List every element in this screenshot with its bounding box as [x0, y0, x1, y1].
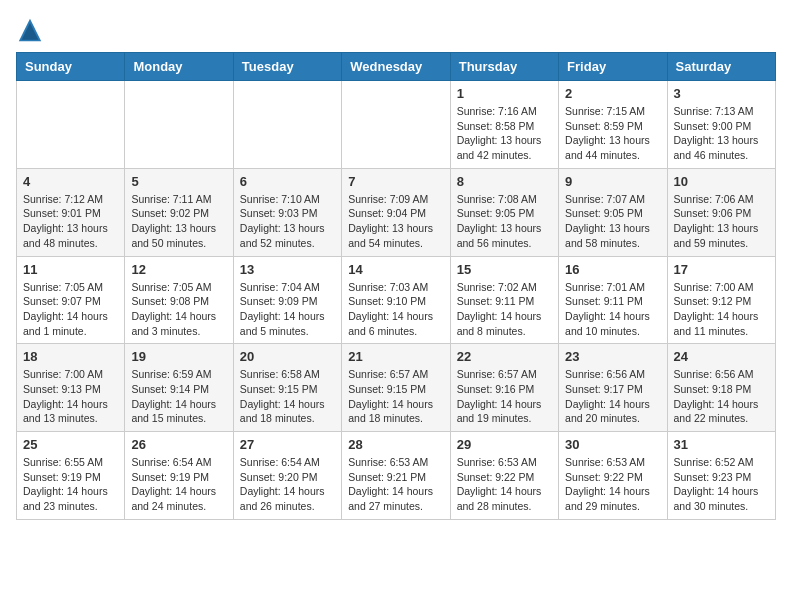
- calendar-cell: 11Sunrise: 7:05 AM Sunset: 9:07 PM Dayli…: [17, 256, 125, 344]
- calendar-cell: [17, 81, 125, 169]
- day-info: Sunrise: 6:54 AM Sunset: 9:20 PM Dayligh…: [240, 455, 335, 514]
- header-day: Thursday: [450, 53, 558, 81]
- day-number: 14: [348, 262, 443, 277]
- day-number: 9: [565, 174, 660, 189]
- day-number: 13: [240, 262, 335, 277]
- calendar-cell: 24Sunrise: 6:56 AM Sunset: 9:18 PM Dayli…: [667, 344, 775, 432]
- calendar-cell: 15Sunrise: 7:02 AM Sunset: 9:11 PM Dayli…: [450, 256, 558, 344]
- day-info: Sunrise: 7:02 AM Sunset: 9:11 PM Dayligh…: [457, 280, 552, 339]
- calendar-cell: 12Sunrise: 7:05 AM Sunset: 9:08 PM Dayli…: [125, 256, 233, 344]
- day-number: 1: [457, 86, 552, 101]
- calendar-cell: 1Sunrise: 7:16 AM Sunset: 8:58 PM Daylig…: [450, 81, 558, 169]
- day-number: 8: [457, 174, 552, 189]
- calendar-cell: 13Sunrise: 7:04 AM Sunset: 9:09 PM Dayli…: [233, 256, 341, 344]
- day-info: Sunrise: 6:55 AM Sunset: 9:19 PM Dayligh…: [23, 455, 118, 514]
- day-info: Sunrise: 7:04 AM Sunset: 9:09 PM Dayligh…: [240, 280, 335, 339]
- day-info: Sunrise: 7:12 AM Sunset: 9:01 PM Dayligh…: [23, 192, 118, 251]
- day-info: Sunrise: 6:56 AM Sunset: 9:17 PM Dayligh…: [565, 367, 660, 426]
- day-number: 6: [240, 174, 335, 189]
- day-info: Sunrise: 7:00 AM Sunset: 9:13 PM Dayligh…: [23, 367, 118, 426]
- day-number: 25: [23, 437, 118, 452]
- calendar-cell: 3Sunrise: 7:13 AM Sunset: 9:00 PM Daylig…: [667, 81, 775, 169]
- day-number: 15: [457, 262, 552, 277]
- calendar-cell: 20Sunrise: 6:58 AM Sunset: 9:15 PM Dayli…: [233, 344, 341, 432]
- calendar-cell: 10Sunrise: 7:06 AM Sunset: 9:06 PM Dayli…: [667, 168, 775, 256]
- day-info: Sunrise: 7:10 AM Sunset: 9:03 PM Dayligh…: [240, 192, 335, 251]
- day-info: Sunrise: 7:05 AM Sunset: 9:08 PM Dayligh…: [131, 280, 226, 339]
- calendar-cell: 2Sunrise: 7:15 AM Sunset: 8:59 PM Daylig…: [559, 81, 667, 169]
- calendar-cell: 8Sunrise: 7:08 AM Sunset: 9:05 PM Daylig…: [450, 168, 558, 256]
- calendar-cell: 18Sunrise: 7:00 AM Sunset: 9:13 PM Dayli…: [17, 344, 125, 432]
- calendar-body: 1Sunrise: 7:16 AM Sunset: 8:58 PM Daylig…: [17, 81, 776, 520]
- day-info: Sunrise: 6:57 AM Sunset: 9:15 PM Dayligh…: [348, 367, 443, 426]
- day-info: Sunrise: 7:09 AM Sunset: 9:04 PM Dayligh…: [348, 192, 443, 251]
- day-info: Sunrise: 7:13 AM Sunset: 9:00 PM Dayligh…: [674, 104, 769, 163]
- day-number: 12: [131, 262, 226, 277]
- calendar-cell: 28Sunrise: 6:53 AM Sunset: 9:21 PM Dayli…: [342, 432, 450, 520]
- page-header: [16, 16, 776, 44]
- calendar-cell: 9Sunrise: 7:07 AM Sunset: 9:05 PM Daylig…: [559, 168, 667, 256]
- day-number: 7: [348, 174, 443, 189]
- calendar-cell: 6Sunrise: 7:10 AM Sunset: 9:03 PM Daylig…: [233, 168, 341, 256]
- calendar-cell: [342, 81, 450, 169]
- calendar-week-row: 11Sunrise: 7:05 AM Sunset: 9:07 PM Dayli…: [17, 256, 776, 344]
- day-info: Sunrise: 7:06 AM Sunset: 9:06 PM Dayligh…: [674, 192, 769, 251]
- calendar-table: SundayMondayTuesdayWednesdayThursdayFrid…: [16, 52, 776, 520]
- day-number: 21: [348, 349, 443, 364]
- day-number: 18: [23, 349, 118, 364]
- calendar-cell: 25Sunrise: 6:55 AM Sunset: 9:19 PM Dayli…: [17, 432, 125, 520]
- calendar-cell: 7Sunrise: 7:09 AM Sunset: 9:04 PM Daylig…: [342, 168, 450, 256]
- day-number: 4: [23, 174, 118, 189]
- day-info: Sunrise: 6:59 AM Sunset: 9:14 PM Dayligh…: [131, 367, 226, 426]
- day-info: Sunrise: 7:08 AM Sunset: 9:05 PM Dayligh…: [457, 192, 552, 251]
- day-info: Sunrise: 6:53 AM Sunset: 9:22 PM Dayligh…: [565, 455, 660, 514]
- calendar-cell: 5Sunrise: 7:11 AM Sunset: 9:02 PM Daylig…: [125, 168, 233, 256]
- day-info: Sunrise: 6:53 AM Sunset: 9:21 PM Dayligh…: [348, 455, 443, 514]
- calendar-cell: 4Sunrise: 7:12 AM Sunset: 9:01 PM Daylig…: [17, 168, 125, 256]
- day-info: Sunrise: 7:00 AM Sunset: 9:12 PM Dayligh…: [674, 280, 769, 339]
- day-number: 23: [565, 349, 660, 364]
- calendar-week-row: 1Sunrise: 7:16 AM Sunset: 8:58 PM Daylig…: [17, 81, 776, 169]
- day-number: 22: [457, 349, 552, 364]
- header-day: Sunday: [17, 53, 125, 81]
- day-number: 29: [457, 437, 552, 452]
- day-info: Sunrise: 6:52 AM Sunset: 9:23 PM Dayligh…: [674, 455, 769, 514]
- header-row: SundayMondayTuesdayWednesdayThursdayFrid…: [17, 53, 776, 81]
- day-info: Sunrise: 7:11 AM Sunset: 9:02 PM Dayligh…: [131, 192, 226, 251]
- day-info: Sunrise: 7:16 AM Sunset: 8:58 PM Dayligh…: [457, 104, 552, 163]
- header-day: Monday: [125, 53, 233, 81]
- day-number: 3: [674, 86, 769, 101]
- day-info: Sunrise: 7:01 AM Sunset: 9:11 PM Dayligh…: [565, 280, 660, 339]
- day-number: 16: [565, 262, 660, 277]
- day-number: 30: [565, 437, 660, 452]
- calendar-cell: 22Sunrise: 6:57 AM Sunset: 9:16 PM Dayli…: [450, 344, 558, 432]
- day-number: 28: [348, 437, 443, 452]
- day-number: 26: [131, 437, 226, 452]
- calendar-cell: 31Sunrise: 6:52 AM Sunset: 9:23 PM Dayli…: [667, 432, 775, 520]
- calendar-cell: 27Sunrise: 6:54 AM Sunset: 9:20 PM Dayli…: [233, 432, 341, 520]
- day-number: 2: [565, 86, 660, 101]
- calendar-week-row: 18Sunrise: 7:00 AM Sunset: 9:13 PM Dayli…: [17, 344, 776, 432]
- calendar-cell: 17Sunrise: 7:00 AM Sunset: 9:12 PM Dayli…: [667, 256, 775, 344]
- header-day: Tuesday: [233, 53, 341, 81]
- header-day: Friday: [559, 53, 667, 81]
- logo-icon: [16, 16, 44, 44]
- day-info: Sunrise: 6:57 AM Sunset: 9:16 PM Dayligh…: [457, 367, 552, 426]
- calendar-cell: 16Sunrise: 7:01 AM Sunset: 9:11 PM Dayli…: [559, 256, 667, 344]
- day-number: 17: [674, 262, 769, 277]
- day-info: Sunrise: 7:15 AM Sunset: 8:59 PM Dayligh…: [565, 104, 660, 163]
- day-number: 27: [240, 437, 335, 452]
- day-info: Sunrise: 7:07 AM Sunset: 9:05 PM Dayligh…: [565, 192, 660, 251]
- calendar-cell: 29Sunrise: 6:53 AM Sunset: 9:22 PM Dayli…: [450, 432, 558, 520]
- header-day: Wednesday: [342, 53, 450, 81]
- day-info: Sunrise: 6:54 AM Sunset: 9:19 PM Dayligh…: [131, 455, 226, 514]
- calendar-cell: 14Sunrise: 7:03 AM Sunset: 9:10 PM Dayli…: [342, 256, 450, 344]
- day-number: 11: [23, 262, 118, 277]
- calendar-week-row: 4Sunrise: 7:12 AM Sunset: 9:01 PM Daylig…: [17, 168, 776, 256]
- calendar-cell: 19Sunrise: 6:59 AM Sunset: 9:14 PM Dayli…: [125, 344, 233, 432]
- day-info: Sunrise: 6:58 AM Sunset: 9:15 PM Dayligh…: [240, 367, 335, 426]
- day-number: 31: [674, 437, 769, 452]
- day-info: Sunrise: 6:56 AM Sunset: 9:18 PM Dayligh…: [674, 367, 769, 426]
- day-number: 5: [131, 174, 226, 189]
- day-number: 20: [240, 349, 335, 364]
